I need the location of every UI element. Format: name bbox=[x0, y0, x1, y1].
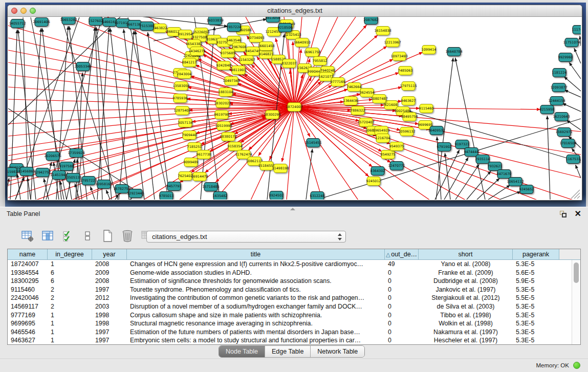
delete-rows-button[interactable] bbox=[120, 229, 135, 243]
graph-node[interactable]: 14055712 bbox=[9, 19, 26, 28]
graph-node[interactable]: 9375685 bbox=[221, 49, 235, 58]
graph-node[interactable]: 9619798 bbox=[214, 111, 229, 119]
graph-node[interactable]: 10596132 bbox=[398, 127, 415, 136]
table-row[interactable]: 1830029562008Estimation of significance … bbox=[8, 277, 572, 286]
graph-node[interactable]: 7909440 bbox=[182, 131, 197, 140]
graph-node[interactable]: 8215958 bbox=[540, 105, 555, 114]
graph-node[interactable]: 15145451 bbox=[304, 139, 321, 147]
graph-node[interactable]: 8471670 bbox=[497, 170, 512, 179]
graph-node[interactable]: 18302022 bbox=[214, 99, 231, 108]
graph-node[interactable]: 1527602 bbox=[89, 17, 103, 26]
table-row[interactable]: 2242004622012Investigating the contribut… bbox=[8, 294, 572, 302]
graph-node[interactable]: 9245652 bbox=[519, 185, 534, 194]
graph-node[interactable]: 13583056 bbox=[172, 82, 189, 91]
graph-node[interactable]: 1635482 bbox=[213, 192, 228, 200]
graph-node[interactable]: 12923446 bbox=[127, 189, 144, 198]
graph-node[interactable]: 8813054 bbox=[266, 17, 280, 23]
graph-node[interactable]: 9463627 bbox=[401, 97, 416, 105]
graph-node[interactable]: 9785936 bbox=[173, 94, 188, 103]
graph-node[interactable]: 20691406 bbox=[33, 18, 50, 27]
graph-node[interactable]: 20053346 bbox=[74, 62, 91, 71]
graph-node[interactable]: 16601458 bbox=[257, 42, 274, 51]
graph-node[interactable]: 9617738 bbox=[197, 150, 211, 159]
graph-node[interactable]: 17957223 bbox=[80, 177, 97, 185]
graph-node[interactable]: 1216704 bbox=[376, 134, 390, 143]
graph-node[interactable]: 9549375 bbox=[389, 142, 404, 151]
graph-node[interactable]: 10654112 bbox=[507, 178, 524, 186]
table-settings-button[interactable] bbox=[20, 229, 35, 243]
graph-node[interactable]: 9158354 bbox=[228, 142, 243, 151]
table-row[interactable]: 1872400712008Changes of HCN gene express… bbox=[8, 260, 572, 269]
graph-node[interactable]: 8549275 bbox=[381, 150, 396, 159]
graph-node[interactable]: 9099489 bbox=[184, 158, 199, 167]
graph-node[interactable]: 3057134 bbox=[178, 119, 193, 127]
graph-node[interactable]: 12470771 bbox=[388, 162, 405, 170]
graph-node[interactable]: 17016504 bbox=[559, 139, 576, 148]
graph-node[interactable]: 9474444 bbox=[464, 148, 479, 157]
graph-node[interactable]: 11456869 bbox=[18, 167, 35, 176]
graph-node[interactable]: 2935114 bbox=[475, 155, 490, 164]
tab-edge-table[interactable]: Edge Table bbox=[265, 346, 311, 357]
graph-node[interactable]: 1883104 bbox=[219, 88, 233, 97]
table-row[interactable]: 1456911722003Disruption of a novel membe… bbox=[8, 302, 572, 311]
graph-node[interactable]: 9811903 bbox=[231, 66, 246, 75]
graph-node[interactable]: 3624554 bbox=[360, 89, 375, 97]
column-header-short[interactable]: short bbox=[419, 249, 513, 259]
graph-node[interactable]: 7857224 bbox=[227, 23, 242, 32]
network-window-titlebar[interactable]: citations_edges.txt bbox=[8, 5, 582, 17]
graph-node[interactable]: 18300295 bbox=[264, 111, 280, 119]
graph-node[interactable]: 12213967 bbox=[384, 38, 401, 47]
graph-node[interactable]: 9197588 bbox=[59, 162, 74, 171]
graph-node[interactable]: 1117459 bbox=[572, 26, 581, 34]
graph-node[interactable]: 9785013 bbox=[159, 192, 174, 200]
graph-node[interactable]: 18724007 bbox=[286, 103, 302, 112]
table-row[interactable]: 977716911998Corpus callosum shape and si… bbox=[8, 311, 572, 320]
network-view-svg[interactable]: 1872400718300295746382286601258912954152… bbox=[8, 17, 581, 200]
graph-node[interactable]: 1364436 bbox=[343, 97, 358, 105]
graph-node[interactable]: 14346275 bbox=[188, 47, 205, 56]
tab-node-table[interactable]: Node Table bbox=[219, 346, 265, 357]
zoom-button[interactable] bbox=[30, 8, 36, 14]
column-header-pagerank[interactable]: pagerank bbox=[513, 249, 559, 259]
graph-node[interactable]: 18380172 bbox=[220, 133, 236, 141]
graph-node[interactable]: 12875402 bbox=[173, 106, 190, 115]
column-header-title[interactable]: title bbox=[127, 249, 385, 259]
table-source-select[interactable]: citations_edges.txt bbox=[146, 231, 346, 243]
graph-node[interactable]: 4364302 bbox=[371, 167, 385, 176]
row-height-button[interactable] bbox=[80, 229, 95, 243]
graph-node[interactable]: 9115460 bbox=[419, 104, 434, 113]
graph-node[interactable]: 17359924 bbox=[68, 149, 84, 158]
graph-node[interactable]: 7462664 bbox=[347, 83, 362, 92]
table-row[interactable]: 911546021997Tourette syndrome. Phenomeno… bbox=[8, 286, 572, 294]
table-row[interactable]: 946554611997Estimation of the future num… bbox=[8, 328, 572, 337]
close-panel-icon[interactable]: ✕ bbox=[575, 209, 581, 219]
column-header-year[interactable]: year bbox=[92, 249, 127, 259]
column-header-out_de[interactable]: △out_de… bbox=[385, 249, 419, 259]
splitter-handle-icon[interactable] bbox=[290, 208, 295, 210]
graph-node[interactable]: 9242848 bbox=[216, 61, 231, 70]
table-scrollbar-thumb[interactable] bbox=[574, 262, 579, 283]
graph-node[interactable]: 1167533 bbox=[566, 155, 581, 164]
graph-node[interactable]: 1099414 bbox=[422, 46, 437, 54]
graph-node[interactable]: 10497343 bbox=[223, 77, 239, 85]
graph-node[interactable]: 10973493 bbox=[390, 52, 407, 61]
graph-node[interactable]: 16648784 bbox=[445, 48, 462, 56]
graph-node[interactable]: 6791902 bbox=[437, 143, 452, 151]
graph-node[interactable]: 12444154 bbox=[548, 97, 565, 105]
graph-node[interactable]: 6312248 bbox=[310, 192, 325, 200]
graph-node[interactable]: 9218506 bbox=[278, 24, 293, 32]
table-row[interactable]: 1938455462009Genome-wide association stu… bbox=[8, 269, 572, 277]
graph-node[interactable]: 9245012 bbox=[366, 177, 381, 186]
graph-node[interactable]: 8924502 bbox=[269, 191, 284, 200]
graph-node[interactable]: 16210643 bbox=[553, 113, 570, 121]
graph-node[interactable]: 11751074 bbox=[563, 38, 580, 47]
graph-node[interactable]: 16154838 bbox=[374, 27, 391, 35]
graph-node[interactable]: 13505135 bbox=[64, 173, 81, 182]
graph-node[interactable]: 15718485 bbox=[202, 183, 219, 191]
graph-node[interactable]: 10653287 bbox=[60, 17, 77, 25]
graph-node[interactable]: 15692971 bbox=[555, 128, 572, 137]
graph-node[interactable]: 17975115 bbox=[400, 82, 417, 91]
graph-node[interactable]: 9929960 bbox=[558, 53, 573, 62]
graph-node[interactable]: 8841217 bbox=[182, 58, 197, 67]
graph-node[interactable]: 18495756 bbox=[401, 113, 418, 121]
